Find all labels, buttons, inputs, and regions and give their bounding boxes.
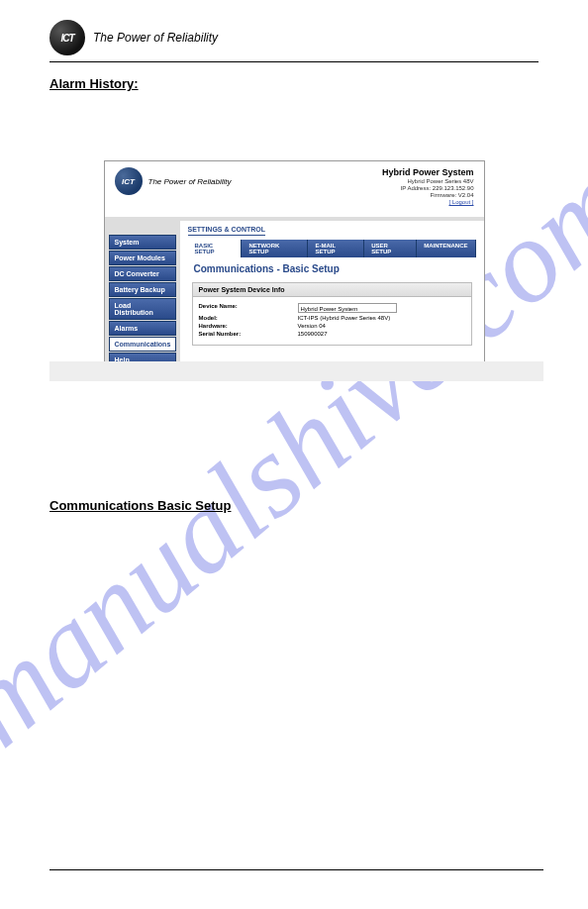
logo-text: ICT — [60, 33, 73, 44]
grey-band — [49, 361, 543, 381]
embedded-screenshot: ICT The Power of Reliability Hybrid Powe… — [104, 160, 485, 369]
page-header: ICT The Power of Reliability — [49, 20, 539, 62]
device-name-input[interactable]: Hybrid Power System — [298, 303, 397, 313]
tab-email-setup[interactable]: E-MAIL SETUP — [308, 240, 364, 257]
device-info-panel: Power System Device Info Device Name: Hy… — [192, 282, 472, 346]
alarm-history-heading: Alarm History: — [49, 76, 539, 91]
ss-logo: ICT — [115, 167, 143, 195]
sidebar-item-alarms[interactable]: Alarms — [109, 321, 176, 336]
row-value: Version 04 — [298, 323, 465, 329]
document-page: ICT The Power of Reliability Alarm Histo… — [0, 0, 588, 513]
sidebar-item-power-modules[interactable]: Power Modules — [109, 251, 176, 265]
tab-basic-setup[interactable]: BASIC SETUP — [188, 240, 243, 257]
ss-logo-wrap: ICT The Power of Reliability — [115, 167, 232, 195]
ss-tabs: BASIC SETUP NETWORK SETUP E-MAIL SETUP U… — [188, 240, 476, 257]
row-label: Device Name: — [199, 303, 298, 313]
ss-system-info: Hybrid Power System Hybrid Power Series … — [382, 167, 474, 207]
row-value: ICT-IPS (Hybrid Power Series 48V) — [298, 315, 465, 321]
tab-network-setup[interactable]: NETWORK SETUP — [242, 240, 308, 257]
tab-maintenance[interactable]: MAINTENANCE — [417, 240, 475, 257]
ss-system-title: Hybrid Power System — [382, 167, 474, 178]
ss-page-title: Communications - Basic Setup — [188, 257, 476, 282]
ss-info-line: Firmware: V2.04 — [382, 192, 474, 199]
ss-info-line: Hybrid Power Series 48V — [382, 178, 474, 185]
panel-heading: Power System Device Info — [193, 283, 471, 297]
row-label: Serial Number: — [199, 331, 298, 337]
settings-control-label: SETTINGS & CONTROL — [188, 226, 266, 236]
logo-tagline: The Power of Reliability — [93, 31, 218, 45]
ss-main: SETTINGS & CONTROL BASIC SETUP NETWORK S… — [180, 221, 484, 368]
logout-link[interactable]: [ Logout ] — [448, 199, 473, 205]
ss-body: System Power Modules DC Converter Batter… — [105, 217, 484, 368]
ss-header: ICT The Power of Reliability Hybrid Powe… — [105, 161, 484, 217]
ss-tagline: The Power of Reliability — [148, 177, 232, 186]
comm-basic-setup-heading: Communications Basic Setup — [49, 498, 539, 513]
panel-body: Device Name: Hybrid Power System Model: … — [193, 297, 471, 345]
footer-rule — [49, 869, 543, 870]
sidebar-item-load-distribution[interactable]: Load Distribution — [109, 298, 176, 320]
sidebar-item-system[interactable]: System — [109, 235, 176, 250]
tab-user-setup[interactable]: USER SETUP — [364, 240, 417, 257]
row-value: 150900027 — [298, 331, 465, 337]
row-device-name: Device Name: Hybrid Power System — [199, 303, 465, 313]
row-label: Model: — [199, 315, 298, 321]
sidebar-item-dc-converter[interactable]: DC Converter — [109, 266, 176, 281]
ss-sidebar: System Power Modules DC Converter Batter… — [109, 235, 176, 368]
row-hardware: Hardware: Version 04 — [199, 323, 465, 329]
ss-info-line: IP Address: 229.123.152.90 — [382, 185, 474, 192]
sidebar-item-battery-backup[interactable]: Battery Backup — [109, 282, 176, 297]
sidebar-item-communications[interactable]: Communications — [109, 337, 176, 352]
ict-logo: ICT — [49, 20, 85, 55]
row-model: Model: ICT-IPS (Hybrid Power Series 48V) — [199, 315, 465, 321]
row-value: Hybrid Power System — [298, 303, 465, 313]
row-serial: Serial Number: 150900027 — [199, 331, 465, 337]
row-label: Hardware: — [199, 323, 298, 329]
ss-logo-text: ICT — [122, 177, 135, 186]
